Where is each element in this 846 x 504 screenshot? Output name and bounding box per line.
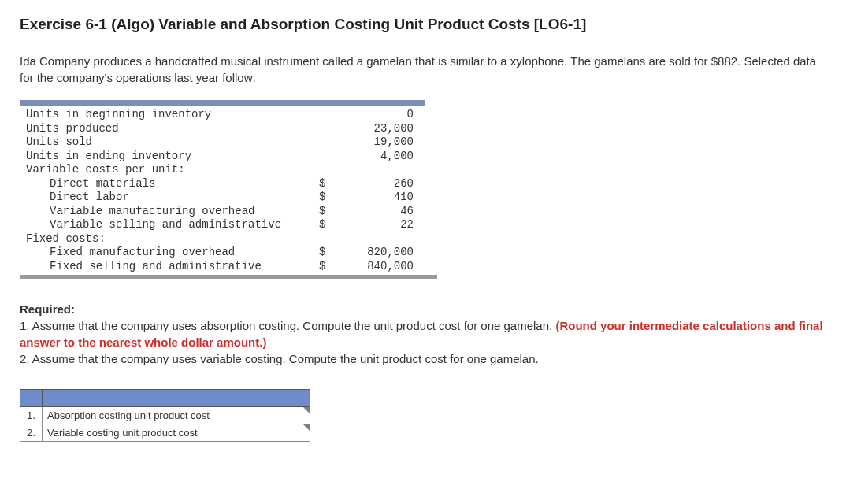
data-row-label: Units sold <box>20 135 319 150</box>
data-table: Units in beginning inventory0Units produ… <box>20 100 437 279</box>
answer-table-header-row <box>20 390 310 407</box>
answer-row: 1.Absorption costing unit product cost <box>20 407 310 424</box>
data-row-value: 820,000 <box>343 246 414 260</box>
data-row-label: Direct materials <box>20 177 319 191</box>
required-item-1: 1. Assume that the company uses absorpti… <box>20 317 826 350</box>
data-row-currency: $ <box>319 191 343 205</box>
table-top-bar <box>20 100 425 106</box>
answer-row-label: Absorption costing unit product cost <box>43 407 247 424</box>
data-row-value: 260 <box>343 177 414 191</box>
answer-table: 1.Absorption costing unit product cost2.… <box>20 389 310 442</box>
answer-row-label: Variable costing unit product cost <box>43 424 247 442</box>
data-row: Units sold19,000 <box>20 135 437 150</box>
data-row-label: Variable manufacturing overhead <box>20 205 319 219</box>
table-bottom-bar <box>20 275 437 279</box>
required-item-1-text: 1. Assume that the company uses absorpti… <box>20 319 555 332</box>
data-row-currency: $ <box>319 260 343 274</box>
answer-row-number: 1. <box>20 407 43 424</box>
data-row-label: Fixed selling and administrative <box>20 260 319 274</box>
data-row: Units produced23,000 <box>20 122 437 136</box>
data-row: Fixed manufacturing overhead$820,000 <box>20 246 437 260</box>
data-row-label: Fixed costs: <box>20 232 319 246</box>
data-row-label: Variable selling and administrative <box>20 218 319 232</box>
data-row-currency: $ <box>319 205 343 219</box>
data-row-label: Variable costs per unit: <box>20 163 319 177</box>
header-blank-2 <box>43 390 247 407</box>
data-row-label: Units in beginning inventory <box>20 108 319 122</box>
header-blank-3 <box>247 390 310 407</box>
data-row-currency <box>319 122 343 136</box>
data-row: Fixed costs: <box>20 232 437 246</box>
dropdown-indicator-icon <box>303 407 310 413</box>
data-row-value <box>343 163 414 177</box>
data-row-currency: $ <box>319 177 343 191</box>
data-row-value: 4,000 <box>343 150 414 164</box>
data-row-currency: $ <box>319 218 343 232</box>
answer-input-cell[interactable] <box>247 407 310 424</box>
data-row: Direct materials$260 <box>20 177 437 191</box>
data-row-currency <box>319 232 343 246</box>
data-row-label: Units produced <box>20 122 319 136</box>
data-row: Direct labor$410 <box>20 191 437 205</box>
data-row-currency <box>319 135 343 150</box>
answer-row-number: 2. <box>20 424 43 442</box>
data-row: Units in beginning inventory0 <box>20 108 437 122</box>
data-row-currency <box>319 108 343 122</box>
data-row: Units in ending inventory4,000 <box>20 150 437 164</box>
data-row-currency <box>319 150 343 164</box>
data-row: Variable selling and administrative$22 <box>20 218 437 232</box>
required-item-2: 2. Assume that the company uses variable… <box>20 350 826 367</box>
data-row-value: 410 <box>343 191 414 205</box>
data-row: Variable costs per unit: <box>20 163 437 177</box>
required-section: Required: 1. Assume that the company use… <box>20 302 826 367</box>
data-row-currency: $ <box>319 246 343 260</box>
data-row-value <box>343 232 414 246</box>
dropdown-indicator-icon <box>303 424 310 431</box>
data-row: Variable manufacturing overhead$46 <box>20 205 437 219</box>
data-row-currency <box>319 163 343 177</box>
header-blank-1 <box>20 390 43 407</box>
answer-row: 2.Variable costing unit product cost <box>20 424 310 442</box>
answer-input-cell[interactable] <box>247 424 310 442</box>
data-row-value: 0 <box>343 108 414 122</box>
data-row-value: 19,000 <box>343 135 414 150</box>
data-row-label: Fixed manufacturing overhead <box>20 246 319 260</box>
data-row-value: 23,000 <box>343 122 414 136</box>
data-row: Fixed selling and administrative$840,000 <box>20 260 437 274</box>
data-row-value: 46 <box>343 205 414 219</box>
exercise-title: Exercise 6-1 (Algo) Variable and Absorpt… <box>20 16 826 33</box>
data-row-label: Direct labor <box>20 191 319 205</box>
data-row-value: 840,000 <box>343 260 414 274</box>
intro-paragraph: Ida Company produces a handcrafted music… <box>20 53 826 86</box>
data-row-value: 22 <box>343 218 414 232</box>
required-heading: Required: <box>20 302 826 316</box>
data-row-label: Units in ending inventory <box>20 150 319 164</box>
